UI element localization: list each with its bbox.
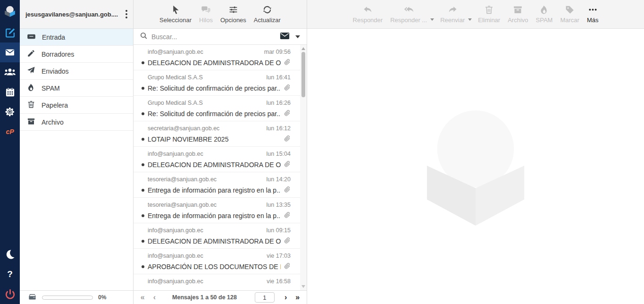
first-page-button[interactable]: « (136, 294, 149, 301)
refresh-icon (262, 5, 272, 15)
message-row[interactable]: info@sanjuan.gob.ecmar 09:56 DELEGACION … (134, 45, 307, 70)
message-sender: info@sanjuan.gob.ec (148, 253, 203, 259)
reply-button[interactable]: Responder (349, 5, 387, 24)
message-sender: info@sanjuan.gob.ec (148, 278, 203, 285)
quota-progress (42, 296, 93, 300)
scroll-up-icon[interactable] (301, 47, 305, 50)
message-row[interactable]: info@sanjuan.gob.ecvie 17:03 APROBACIÓN … (134, 249, 307, 274)
scroll-down-icon[interactable] (301, 285, 305, 288)
more-icon (588, 5, 598, 15)
message-sender: info@sanjuan.gob.ec (148, 227, 203, 234)
trash-icon (484, 5, 494, 15)
message-sender: secretaria@sanjuan.gob.ec (148, 125, 219, 132)
delete-label: Eliminar (478, 17, 500, 24)
compose-icon (4, 27, 16, 39)
message-subject: Re: Solicitud de confirmación de precios… (148, 84, 281, 92)
folder-item-archive[interactable]: Archivo (20, 114, 133, 131)
refresh-button[interactable]: Actualizar (250, 5, 284, 24)
message-row[interactable]: Grupo Medical S.A.Slun 16:41 Re: Solicit… (134, 70, 307, 96)
last-page-button[interactable]: » (291, 294, 304, 301)
message-row[interactable]: tesoreria@sanjuan.gob.eclun 13:35 Entreg… (134, 198, 307, 223)
roundcube-logo-icon (3, 5, 17, 18)
select-button[interactable]: Seleccionar (156, 5, 195, 24)
unread-indicator (142, 138, 144, 141)
sidebar-item-cpanel[interactable]: cP (0, 122, 20, 142)
delete-button[interactable]: Eliminar (474, 5, 504, 24)
message-row[interactable]: info@sanjuan.gob.eclun 15:04 DELEGACION … (134, 147, 307, 172)
dark-mode-toggle[interactable] (0, 245, 20, 264)
pointer-icon (171, 5, 181, 15)
attachment-icon (284, 211, 291, 220)
spam-label: SPAM (536, 17, 553, 24)
sidebar-item-contacts[interactable] (0, 62, 20, 82)
gear-icon (4, 106, 16, 118)
forward-button[interactable]: Reenviar (436, 5, 468, 24)
page-number-input[interactable] (255, 292, 275, 303)
mark-label: Marcar (560, 17, 579, 24)
search-options-chevron-icon[interactable] (295, 35, 300, 38)
prev-page-button[interactable]: ‹ (149, 294, 160, 301)
options-button[interactable]: Opciones (217, 5, 250, 24)
message-sender: info@sanjuan.gob.ec (148, 151, 203, 157)
sidebar-item-settings[interactable] (0, 102, 20, 122)
folder-item-spam[interactable]: SPAM (20, 80, 133, 97)
message-date: vie 16:58 (267, 278, 291, 285)
list-toolbar: Seleccionar Hilos (134, 0, 307, 29)
folder-item-trash[interactable]: Papelera (20, 97, 133, 114)
message-row[interactable]: Grupo Medical S.A.Slun 16:26 Re: Solicit… (134, 96, 307, 121)
list-scrollbar[interactable] (300, 45, 307, 290)
message-row[interactable]: info@sanjuan.gob.eclun 09:15 DELEGACION … (134, 223, 307, 249)
next-page-button[interactable]: › (280, 294, 291, 301)
archive-icon (513, 5, 523, 15)
message-subject: Entrega de información para registro en … (148, 186, 281, 194)
message-row[interactable]: tesoreria@sanjuan.gob.eclun 14:20 Entreg… (134, 172, 307, 198)
message-row[interactable]: secretaria@sanjuan.gob.eclun 16:12 LOTAI… (134, 121, 307, 147)
help-button[interactable]: ? (0, 264, 20, 284)
message-subject: LOTAIP NOVIEMBRE 2025 (148, 135, 281, 143)
message-row[interactable]: info@sanjuan.gob.ecvie 16:58 (134, 274, 307, 290)
flame-icon (27, 83, 35, 93)
flame-icon (539, 5, 549, 15)
archive-icon (27, 117, 35, 127)
archive-button[interactable]: Archivo (504, 5, 532, 24)
message-list: info@sanjuan.gob.ecmar 09:56 DELEGACION … (134, 45, 307, 290)
search-input[interactable] (151, 33, 276, 41)
spam-button[interactable]: SPAM (532, 5, 557, 24)
folder-label: Enviados (42, 68, 69, 75)
scrollbar-thumb[interactable] (301, 52, 305, 97)
folder-label: Archivo (42, 118, 64, 126)
folder-item-drafts[interactable]: Borradores (20, 46, 133, 63)
message-date: lun 16:41 (267, 74, 291, 81)
message-sender: tesoreria@sanjuan.gob.ec (148, 202, 217, 208)
reply-icon (363, 5, 373, 15)
message-date: lun 16:12 (267, 125, 291, 132)
threads-label: Hilos (199, 17, 213, 24)
compose-button[interactable] (0, 23, 20, 42)
mark-button[interactable]: Marcar (556, 5, 583, 24)
reply-all-button[interactable]: Responder ... (386, 5, 431, 24)
unread-indicator (142, 240, 144, 243)
search-scope-mail-icon[interactable] (280, 32, 290, 42)
unread-indicator (142, 214, 144, 217)
logout-button[interactable] (0, 284, 20, 304)
message-subject: Re: Solicitud de confirmación de precios… (148, 110, 281, 118)
forward-dropdown-icon[interactable] (468, 18, 472, 21)
reply-all-icon (404, 5, 414, 15)
message-date: vie 17:03 (267, 253, 291, 259)
folder-item-inbox[interactable]: Entrada (20, 29, 133, 46)
message-subject: Entrega de información para registro en … (148, 212, 281, 220)
threads-button[interactable]: Hilos (195, 5, 217, 24)
webmail-app: cP ? jesusgavilanes@sanjuan.gob.... (0, 0, 644, 304)
message-date: lun 16:26 (267, 100, 291, 106)
sidebar-item-mail[interactable] (0, 42, 20, 62)
quota-bar: 0% (20, 290, 133, 304)
message-sender: Grupo Medical S.A.S (148, 100, 203, 106)
unread-indicator (142, 265, 144, 268)
folder-item-sent[interactable]: Enviados (20, 63, 133, 80)
more-button[interactable]: Más (583, 5, 602, 24)
forward-icon (448, 5, 458, 15)
reply-all-dropdown-icon[interactable] (430, 18, 434, 21)
sidebar-item-calendar[interactable] (0, 82, 20, 102)
account-menu-button[interactable] (123, 8, 130, 20)
attachment-icon (284, 262, 291, 271)
